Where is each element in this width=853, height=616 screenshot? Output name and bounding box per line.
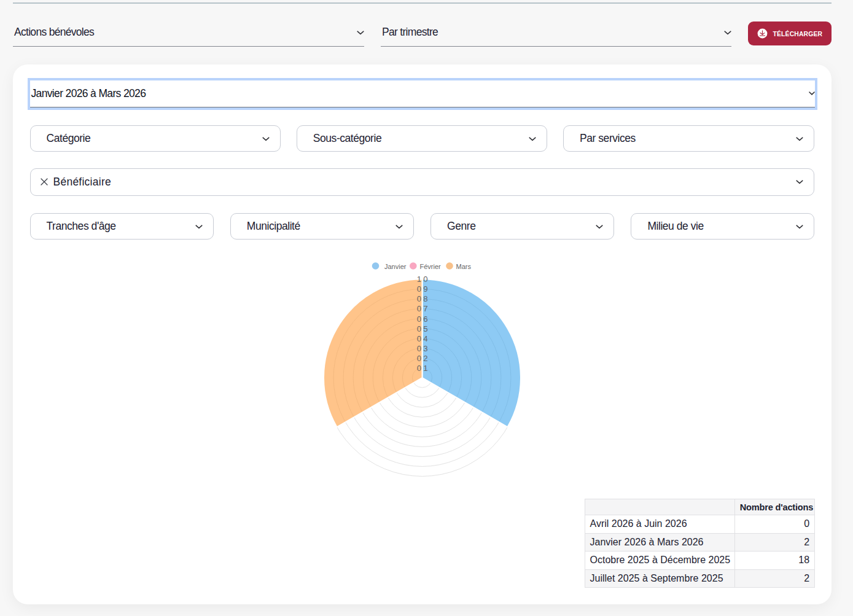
svg-text:3: 3 — [423, 344, 427, 353]
svg-text:0: 0 — [417, 294, 421, 303]
svg-text:1: 1 — [423, 364, 427, 373]
svg-text:0: 0 — [423, 275, 427, 284]
svg-text:0: 0 — [417, 334, 421, 343]
svg-text:0: 0 — [417, 344, 421, 353]
svg-text:Mars: Mars — [456, 263, 472, 270]
svg-text:0: 0 — [417, 284, 421, 294]
svg-text:Février: Février — [420, 263, 442, 270]
svg-text:9: 9 — [423, 284, 427, 294]
svg-text:0: 0 — [417, 314, 421, 324]
svg-text:Janvier: Janvier — [384, 263, 407, 270]
svg-text:6: 6 — [423, 314, 427, 324]
svg-text:4: 4 — [423, 334, 427, 343]
svg-text:0: 0 — [417, 354, 421, 363]
svg-text:0: 0 — [417, 324, 421, 333]
svg-text:0: 0 — [417, 304, 421, 313]
svg-text:8: 8 — [423, 294, 427, 303]
svg-text:2: 2 — [423, 354, 427, 363]
svg-text:0: 0 — [417, 364, 421, 373]
svg-text:5: 5 — [423, 324, 427, 333]
svg-text:1: 1 — [417, 275, 421, 284]
svg-text:7: 7 — [423, 304, 427, 313]
